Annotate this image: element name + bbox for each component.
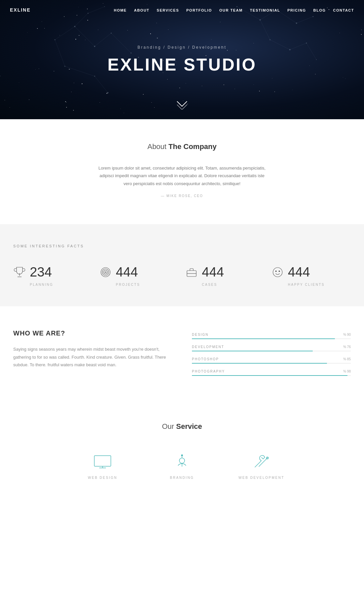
svg-point-32: [270, 39, 271, 40]
about-title: About The Company: [13, 142, 351, 151]
facts-section: SOME INTERESTING FACTS 234 PLANNING: [0, 224, 364, 306]
svg-line-4: [55, 40, 65, 66]
target-icon: [99, 266, 112, 278]
service-label-webdesign: WEB DESIGN: [88, 476, 117, 480]
skill-name: PHOTOGRAPHY: [192, 370, 225, 373]
svg-point-44: [273, 268, 282, 277]
svg-line-2: [95, 33, 111, 46]
skill-item: PHOTOSHOP % 85: [192, 357, 351, 364]
trophy-icon: [13, 266, 26, 278]
svg-point-45: [276, 271, 277, 272]
about-title-plain: About: [147, 142, 168, 151]
service-label-webdev: WEB DEVELOPMENT: [239, 476, 285, 480]
nav-item: OUR TEAM: [219, 7, 243, 13]
fact-top-projects: 444: [99, 265, 138, 279]
about-body: Lorem ipsum dolor sit amet, consectetur …: [96, 164, 268, 187]
fact-label-projects: PROJECTS: [116, 283, 140, 286]
who-text: Saying signs seasons years may wherein m…: [13, 345, 172, 369]
who-title: WHO WE ARE?: [13, 329, 172, 337]
fact-label-clients: HAPPY CLIENTS: [288, 283, 325, 286]
svg-line-0: [55, 26, 75, 40]
monitor-icon: [93, 454, 113, 471]
skill-header: DESIGN % 90: [192, 333, 351, 336]
skill-bar-background: [192, 375, 351, 376]
skill-percent: % 98: [343, 370, 351, 373]
service-label-branding: BRANDING: [170, 476, 194, 480]
fact-label-cases: CASES: [202, 283, 217, 286]
skills-list: DESIGN % 90 DEVELOPMENT % 76 PHOTOSHOP %…: [192, 329, 351, 376]
service-item-branding: BRANDING: [146, 454, 218, 480]
nav-link[interactable]: PORTFOLIO: [186, 8, 212, 12]
svg-rect-47: [94, 456, 111, 466]
hero-title: EXLINE STUDIO: [108, 55, 257, 75]
svg-point-33: [289, 49, 291, 50]
skill-bar-fill: [192, 375, 347, 376]
nav-item: TESTIMONIAL: [250, 7, 280, 13]
navbar-logo[interactable]: EXLINE: [10, 7, 31, 13]
about-title-bold: The Company: [168, 142, 216, 151]
about-author: — MIKE ROSE, CEO: [13, 194, 351, 198]
nav-link[interactable]: ABOUT: [134, 8, 150, 12]
svg-point-17: [55, 39, 56, 40]
smiley-icon: [271, 266, 284, 278]
nav-item: SERVICES: [157, 7, 179, 13]
fact-top-clients: 444: [271, 265, 310, 279]
service-item-webdev: WEB DEVELOPMENT: [225, 454, 298, 480]
nav-item: BLOG: [313, 7, 326, 13]
fact-top-planning: 234: [13, 265, 52, 279]
svg-point-50: [179, 458, 185, 463]
tools-icon: [251, 454, 271, 471]
svg-line-5: [65, 66, 95, 76]
services-grid: WEB DESIGN BRANDING: [66, 454, 298, 480]
briefcase-icon: [185, 266, 198, 278]
svg-line-13: [260, 20, 270, 40]
nav-link[interactable]: BLOG: [313, 8, 326, 12]
svg-point-35: [316, 59, 317, 60]
skill-bar-background: [192, 351, 351, 351]
skill-bar-fill: [192, 363, 327, 364]
nav-menu: HOMEABOUTSERVICESPORTFOLIOOUR TEAMTESTIM…: [114, 7, 354, 13]
hero-scroll-arrow[interactable]: [175, 100, 189, 111]
hero-content: Branding / Design / Development EXLINE S…: [108, 45, 257, 75]
skill-name: PHOTOSHOP: [192, 357, 219, 361]
svg-point-46: [279, 271, 280, 272]
skill-name: DEVELOPMENT: [192, 345, 224, 349]
nav-link[interactable]: SERVICES: [157, 8, 179, 12]
svg-line-15: [290, 43, 306, 50]
svg-point-23: [94, 76, 95, 77]
fact-top-cases: 444: [185, 265, 224, 279]
svg-point-20: [111, 33, 112, 34]
navbar: EXLINE HOMEABOUTSERVICESPORTFOLIOOUR TEA…: [0, 0, 364, 20]
facts-grid: 234 PLANNING 444 PROJECTS: [13, 265, 351, 286]
svg-point-40: [104, 270, 108, 274]
fact-number-cases: 444: [202, 265, 224, 279]
skills-section: WHO WE ARE? Saying signs seasons years m…: [0, 306, 364, 399]
nav-link[interactable]: CONTACT: [333, 8, 354, 12]
services-title: Our Service: [13, 422, 351, 431]
nav-item: HOME: [114, 7, 127, 13]
fact-item-cases: 444 CASES: [185, 265, 265, 286]
fact-number-projects: 444: [116, 265, 138, 279]
svg-point-41: [105, 272, 106, 273]
svg-point-24: [107, 92, 109, 93]
fact-number-clients: 444: [288, 265, 310, 279]
skill-bar-background: [192, 338, 351, 339]
skill-name: DESIGN: [192, 333, 208, 336]
skill-header: PHOTOGRAPHY % 98: [192, 370, 351, 373]
fact-item-projects: 444 PROJECTS: [99, 265, 179, 286]
skill-bar-background: [192, 363, 351, 364]
svg-point-39: [102, 269, 109, 276]
nav-link[interactable]: OUR TEAM: [219, 8, 243, 12]
svg-point-53: [181, 455, 183, 456]
svg-line-16: [306, 43, 316, 60]
skill-header: DEVELOPMENT % 76: [192, 345, 351, 349]
nav-link[interactable]: TESTIMONIAL: [250, 8, 280, 12]
facts-heading: SOME INTERESTING FACTS: [13, 244, 351, 248]
skill-item: DEVELOPMENT % 76: [192, 345, 351, 351]
skill-bar-fill: [192, 338, 335, 339]
nav-link[interactable]: HOME: [114, 8, 127, 12]
nav-link[interactable]: PRICING: [287, 8, 306, 12]
fact-number-planning: 234: [30, 265, 52, 279]
about-section: About The Company Lorem ipsum dolor sit …: [0, 119, 364, 224]
services-title-plain: Our: [162, 422, 176, 430]
